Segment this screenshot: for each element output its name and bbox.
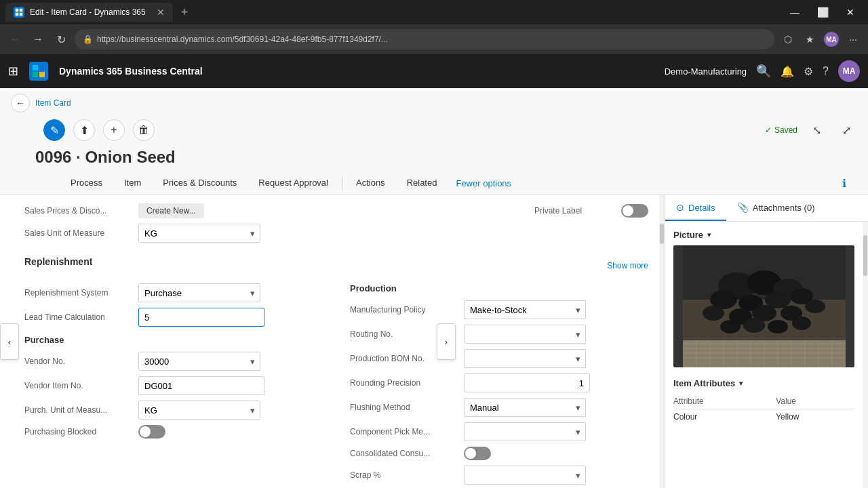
fullscreen-button[interactable]: ⤢ xyxy=(835,119,857,141)
fewer-options-link[interactable]: Fewer options xyxy=(448,173,519,194)
flushing-method-dropdown[interactable]: Manual Forward Backward xyxy=(464,398,586,417)
panel-tab-attachments[interactable]: 📎 Attachments (0) xyxy=(726,195,826,221)
search-icon[interactable]: 🔍 xyxy=(756,64,771,79)
tab-favicon xyxy=(14,7,24,18)
item-picture xyxy=(673,245,854,367)
panel-scrollbar[interactable] xyxy=(863,222,868,488)
picture-chevron-icon: ▾ xyxy=(707,231,711,239)
attr-col-header: Attribute xyxy=(673,394,776,409)
component-pick-select[interactable] xyxy=(464,422,586,441)
back-nav-button[interactable]: ← xyxy=(5,30,24,49)
item-attributes-title[interactable]: Item Attributes ▾ xyxy=(673,378,854,388)
delete-button[interactable]: 🗑 xyxy=(133,119,155,141)
purch-unit-dropdown[interactable]: KG xyxy=(138,401,260,420)
tab-close-btn[interactable]: ✕ xyxy=(157,7,165,18)
main-content: ‹ Sales Prices & Disco... Create New... … xyxy=(0,195,868,488)
app-grid-icon[interactable]: ⊞ xyxy=(8,64,18,79)
browser-tab[interactable]: Edit - Item Card - Dynamics 365 ✕ xyxy=(5,3,173,22)
svg-point-22 xyxy=(720,320,741,333)
url-input[interactable] xyxy=(97,35,766,44)
tab-process[interactable]: Process xyxy=(60,172,113,195)
form-scrollbar[interactable] xyxy=(659,195,665,488)
forward-nav-button[interactable]: → xyxy=(28,30,47,49)
rounding-precision-row: Rounding Precision xyxy=(350,373,648,392)
new-tab-button[interactable]: + xyxy=(177,4,193,21)
sales-unit-dropdown[interactable]: KG xyxy=(138,224,260,243)
routing-no-select[interactable] xyxy=(464,325,586,344)
restore-button[interactable]: ⬜ xyxy=(809,4,837,20)
component-pick-dropdown[interactable] xyxy=(464,422,586,441)
prod-bom-select[interactable] xyxy=(464,349,586,368)
lead-time-input[interactable] xyxy=(138,308,264,327)
vendor-no-label: Vendor No. xyxy=(24,357,133,366)
prod-bom-dropdown[interactable] xyxy=(464,349,586,368)
edit-button[interactable]: ✎ xyxy=(43,119,65,141)
page-wrapper: ← Item Card ✎ ⬆ + 🗑 ✓ Saved ⤡ ⤢ 0096 · O… xyxy=(0,88,868,488)
close-button[interactable]: ✕ xyxy=(838,4,863,20)
attachments-icon: 📎 xyxy=(737,202,749,213)
tab-prices-discounts[interactable]: Prices & Discounts xyxy=(152,172,248,195)
attachments-tab-label: Attachments (0) xyxy=(753,203,815,213)
tab-request-approval[interactable]: Request Approval xyxy=(248,172,339,195)
tab-related[interactable]: Related xyxy=(396,172,448,195)
scrap-select[interactable] xyxy=(464,466,586,485)
open-in-window-button[interactable]: ⤡ xyxy=(806,119,827,141)
account-button[interactable]: MA xyxy=(822,30,841,49)
attribute-row: Colour Yellow xyxy=(673,409,854,425)
create-new-button[interactable]: Create New... xyxy=(138,203,204,218)
sales-unit-select[interactable]: KG xyxy=(138,224,260,243)
lead-time-label: Lead Time Calculation xyxy=(24,312,133,322)
vendor-no-dropdown[interactable]: 30000 xyxy=(138,352,260,371)
share-button[interactable]: ⬆ xyxy=(73,119,95,141)
vendor-no-select[interactable]: 30000 xyxy=(138,352,260,371)
notifications-icon[interactable]: 🔔 xyxy=(781,65,794,78)
picture-section: Picture ▾ xyxy=(673,230,854,367)
scroll-left-arrow[interactable]: ‹ xyxy=(0,323,19,360)
sales-unit-row: Sales Unit of Measure KG xyxy=(24,224,648,243)
show-more-link[interactable]: Show more xyxy=(607,261,648,270)
minimize-button[interactable]: — xyxy=(782,4,808,20)
vendor-item-no-label: Vendor Item No. xyxy=(24,381,133,390)
user-avatar[interactable]: MA xyxy=(838,60,860,82)
details-icon: ⊙ xyxy=(676,202,684,213)
browser-action-buttons: ⬡ ★ MA ··· xyxy=(778,30,863,49)
flushing-method-select[interactable]: Manual Forward Backward xyxy=(464,398,586,417)
panel-tabs: ⊙ Details 📎 Attachments (0) xyxy=(665,195,868,222)
purchasing-blocked-toggle[interactable] xyxy=(138,425,165,439)
info-icon[interactable]: ℹ xyxy=(842,177,857,190)
more-options-button[interactable]: ··· xyxy=(844,30,863,49)
scrap-dropdown[interactable] xyxy=(464,466,586,485)
refresh-button[interactable]: ↻ xyxy=(52,30,71,49)
purch-unit-select[interactable]: KG xyxy=(138,401,260,420)
tab-item[interactable]: Item xyxy=(113,172,152,195)
tab-actions[interactable]: Actions xyxy=(345,172,396,195)
scroll-right-arrow[interactable]: › xyxy=(437,323,456,360)
private-label-label: Private Label xyxy=(534,206,616,216)
replenishment-system-label: Replenishment System xyxy=(24,288,133,298)
panel-scrollbar-thumb xyxy=(863,235,867,276)
replenishment-system-select[interactable]: Purchase Prod. Order Assembly xyxy=(138,283,260,302)
help-icon[interactable]: ? xyxy=(823,65,829,77)
add-button[interactable]: + xyxy=(103,119,125,141)
vendor-item-no-input[interactable] xyxy=(138,376,264,395)
settings-icon[interactable]: ⚙ xyxy=(804,65,813,78)
mfg-policy-select[interactable]: Make-to-Stock Make-to-Order xyxy=(464,300,586,319)
breadcrumb[interactable]: Item Card xyxy=(35,98,71,108)
form-area: Sales Prices & Disco... Create New... Pr… xyxy=(0,195,659,488)
private-label-toggle[interactable] xyxy=(621,204,648,218)
picture-section-title[interactable]: Picture ▾ xyxy=(673,230,854,240)
replenishment-system-dropdown[interactable]: Purchase Prod. Order Assembly xyxy=(138,283,260,302)
extensions-button[interactable]: ⬡ xyxy=(778,30,797,49)
browser-navbar: ← → ↻ 🔒 ⬡ ★ MA ··· xyxy=(0,24,868,54)
consolidated-cons-toggle[interactable] xyxy=(464,447,491,460)
routing-no-dropdown[interactable] xyxy=(464,325,586,344)
mfg-policy-dropdown[interactable]: Make-to-Stock Make-to-Order xyxy=(464,300,586,319)
tab-title: Edit - Item Card - Dynamics 365 xyxy=(30,7,146,17)
rounding-precision-input[interactable] xyxy=(464,373,590,392)
panel-tab-details[interactable]: ⊙ Details xyxy=(665,195,726,221)
address-bar[interactable]: 🔒 xyxy=(75,29,774,49)
right-panel: ⊙ Details 📎 Attachments (0) Picture ▾ xyxy=(665,195,868,488)
flushing-method-row: Flushing Method Manual Forward Backward xyxy=(350,398,648,417)
favorites-button[interactable]: ★ xyxy=(800,30,819,49)
back-button[interactable]: ← xyxy=(11,94,30,113)
